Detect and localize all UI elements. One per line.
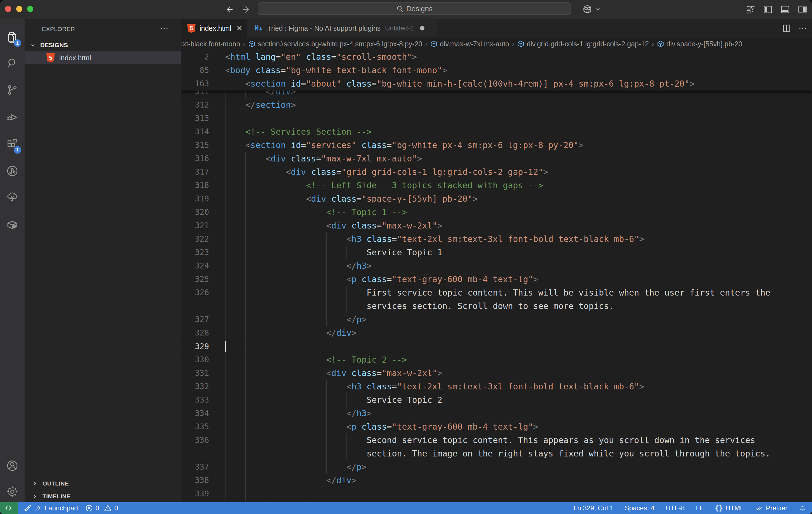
code-editor[interactable]: 311</div>312</section>313314<!-- Service…	[181, 50, 812, 502]
indent-guide	[266, 192, 266, 206]
chevron-down-icon	[595, 6, 601, 12]
indent-guide	[266, 380, 266, 393]
editor-more-actions[interactable]: ⋯	[799, 24, 808, 33]
remote-indicator[interactable]	[0, 502, 18, 514]
command-center-search[interactable]: Designs	[258, 2, 571, 15]
toggle-panel-left-icon[interactable]	[762, 4, 774, 15]
code-line[interactable]: 332<h3 class="text-2xl sm:text-3xl font-…	[181, 380, 812, 393]
breadcrumb-item[interactable]: div.space-y-[55vh].pb-20	[657, 40, 743, 48]
sidebar-item-tree[interactable]	[0, 187, 25, 207]
code-text: <div class="space-y-[55vh] pb-20">	[306, 192, 477, 206]
code-line[interactable]: 327</p>	[181, 313, 812, 326]
forward-arrow[interactable]	[241, 4, 252, 15]
problems-status-item[interactable]: 0 0	[85, 504, 118, 512]
customize-layout-icon[interactable]	[745, 4, 756, 15]
code-line[interactable]: 323Service Topic 1	[181, 246, 812, 259]
code-line[interactable]: 318<!-- Left Side - 3 topics stacked wit…	[181, 179, 812, 192]
breadcrumb-item[interactable]: div.max-w-7xl.mx-auto	[430, 40, 509, 48]
tab-label: Tried : Figma - No AI support plugins	[267, 24, 381, 32]
code-line[interactable]: 85<body class="bg-white text-black font-…	[181, 64, 812, 77]
sidebar-item-source-control[interactable]	[0, 80, 25, 100]
code-line[interactable]: 324</h3>	[181, 259, 812, 273]
code-line[interactable]: 326First service topic content. This wil…	[181, 286, 812, 299]
code-line[interactable]: 322<h3 class="text-2xl sm:text-3xl font-…	[181, 233, 812, 246]
toggle-panel-bottom-icon[interactable]	[780, 4, 791, 15]
code-line[interactable]: 335<p class="text-gray-600 mb-4 text-lg"…	[181, 420, 812, 433]
modified-dot-icon[interactable]	[420, 26, 425, 30]
code-line[interactable]: 338</div>	[181, 474, 812, 487]
sidebar-item-remote-explorer[interactable]	[0, 161, 25, 181]
code-line[interactable]: 333Service Topic 2	[181, 393, 812, 407]
code-line[interactable]: 317<div class="grid grid-cols-1 lg:grid-…	[181, 165, 812, 179]
code-line[interactable]: 314<!-- Services Section -->	[181, 125, 812, 139]
current-code-line[interactable]: 329	[181, 340, 812, 353]
code-line[interactable]: 330<!-- Topic 2 -->	[181, 353, 812, 366]
timeline-section-header[interactable]: TIMELINE	[25, 490, 181, 503]
code-text: </p>	[347, 460, 367, 474]
code-line[interactable]: 313	[181, 112, 812, 125]
code-line[interactable]: 316<div class="max-w-7xl mx-auto">	[181, 152, 812, 165]
bell-icon	[799, 504, 806, 512]
code-line[interactable]: 334</h3>	[181, 407, 812, 420]
tab-index-html[interactable]: 5 index.html ✕	[181, 19, 247, 37]
line-number: 315	[181, 139, 209, 152]
explorer-more-actions[interactable]: ⋯	[160, 23, 169, 33]
settings-gear-icon[interactable]	[0, 482, 25, 502]
code-line[interactable]: 328</div>	[181, 326, 812, 340]
launchpad-status-item[interactable]: Launchpad	[24, 504, 78, 512]
breadcrumb-item[interactable]: section#services.bg-white.px-4.sm:px-6.l…	[248, 40, 422, 48]
code-line[interactable]: 331<div class="max-w-2xl">	[181, 366, 812, 380]
back-arrow[interactable]	[224, 4, 235, 15]
code-line[interactable]: section. The image on the right stays fi…	[181, 447, 812, 460]
window-zoom-button[interactable]	[27, 6, 33, 12]
status-item-prettier[interactable]: Prettier	[755, 504, 787, 512]
indent-guide	[286, 447, 286, 460]
outline-section-header[interactable]: OUTLINE	[25, 477, 181, 490]
breadcrumb-item[interactable]: ext-black.font-mono	[181, 40, 240, 48]
code-line[interactable]: 336Second service topic content. This ap…	[181, 433, 812, 447]
code-line[interactable]: 321<div class="max-w-2xl">	[181, 219, 812, 233]
indent-guide	[286, 340, 286, 353]
close-icon[interactable]: ✕	[236, 24, 242, 33]
window-minimize-button[interactable]	[16, 6, 22, 12]
sidebar-item-search[interactable]	[0, 53, 25, 73]
breadcrumb-label: ext-black.font-mono	[181, 40, 240, 48]
sidebar-item-run-debug[interactable]	[0, 107, 25, 127]
code-line[interactable]: 163<section id="about" class="bg-white m…	[181, 77, 812, 91]
indent-guide	[225, 407, 226, 420]
code-line[interactable]: services section. Scroll down to see mor…	[181, 299, 812, 313]
indent-guide	[306, 353, 306, 366]
code-line[interactable]: 315<section id="services" class="bg-whit…	[181, 139, 812, 152]
code-line[interactable]: 319<div class="space-y-[55vh] pb-20">	[181, 192, 812, 206]
symbol-element-icon	[248, 40, 255, 48]
folder-row-designs[interactable]: DESIGNS	[25, 39, 181, 51]
status-item-ln-329-col-1[interactable]: Ln 329, Col 1	[574, 504, 614, 512]
window-close-button[interactable]	[5, 6, 11, 12]
sticky-scroll[interactable]: 2<html lang="en" class="scroll-smooth">8…	[181, 50, 812, 91]
sidebar-item-explorer[interactable]: 1	[0, 27, 25, 48]
status-item-html[interactable]: {​}HTML	[715, 504, 744, 512]
status-item-utf-8[interactable]: UTF-8	[666, 504, 685, 512]
code-line[interactable]: 320<!-- Topic 1 -->	[181, 206, 812, 219]
account-icon[interactable]	[0, 456, 25, 476]
timeline-label: TIMELINE	[42, 493, 70, 500]
toggle-panel-right-icon[interactable]	[797, 4, 808, 15]
tab-untitled-1[interactable]: M↓ Tried : Figma - No AI support plugins…	[247, 19, 437, 37]
status-item-bell[interactable]	[799, 504, 806, 512]
breadcrumb-item[interactable]: div.grid.grid-cols-1.lg:grid-cols-2.gap-…	[517, 40, 649, 48]
code-line[interactable]: 337</p>	[181, 460, 812, 474]
sidebar-item-container[interactable]	[0, 215, 25, 235]
sidebar-item-extensions[interactable]: 1	[0, 134, 25, 154]
status-item-spaces-4[interactable]: Spaces: 4	[625, 504, 655, 512]
status-item-lf[interactable]: LF	[696, 504, 703, 512]
split-editor-icon[interactable]	[782, 24, 791, 33]
indent-guide	[306, 313, 306, 326]
copilot-menu[interactable]	[582, 4, 601, 15]
indent-guide	[266, 273, 266, 286]
code-line[interactable]: 339	[181, 487, 812, 501]
code-line[interactable]: 312</section>	[181, 98, 812, 112]
file-row-index-html[interactable]: 5 index.html	[25, 51, 181, 64]
code-line[interactable]: 325<p class="text-gray-600 mb-4 text-lg"…	[181, 273, 812, 286]
code-text: </div>	[326, 326, 356, 340]
code-line[interactable]: 2<html lang="en" class="scroll-smooth">	[181, 50, 812, 64]
